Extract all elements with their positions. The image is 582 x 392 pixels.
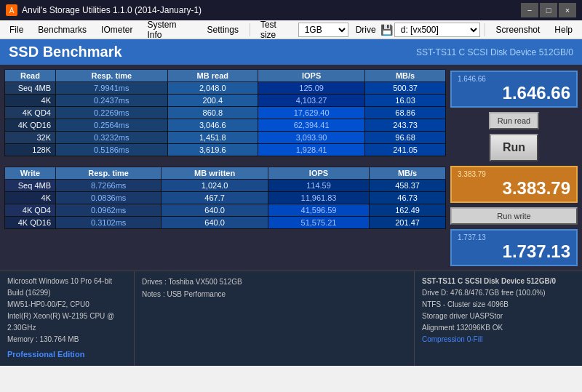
menu-system-info[interactable]: System Info: [140, 17, 199, 42]
disk-line2: Drive D: 476.8/476.7GB free (100.0%): [422, 287, 575, 299]
read-cell: 125.09: [258, 82, 365, 95]
read-cell: 0.2269ms: [56, 107, 168, 119]
title-bar: A Anvil's Storage Utilities 1.1.0 (2014-…: [0, 0, 582, 20]
resp-time-header: Resp. time: [56, 70, 168, 82]
window-controls[interactable]: − □ ×: [521, 3, 576, 17]
drives-line2: Notes : USB Performance: [142, 288, 407, 300]
write-cell: 114.59: [268, 180, 369, 192]
read-cell: 241.05: [365, 144, 446, 156]
read-cell: 1,928.41: [258, 144, 365, 156]
iops-header: IOPS: [258, 70, 365, 82]
read-score-large: 1.646.66: [458, 83, 570, 103]
read-cell: 500.37: [365, 82, 446, 95]
read-score-box: 1.646.66 1.646.66: [450, 71, 578, 108]
app-icon: A: [6, 4, 17, 16]
disk-line7: Compression 0-Fill: [422, 334, 575, 345]
help-button[interactable]: Help: [548, 23, 579, 37]
run-write-button[interactable]: Run write: [450, 207, 578, 225]
mbs-header: MB/s: [365, 70, 446, 82]
read-cell: 0.2564ms: [56, 119, 168, 132]
minimize-button[interactable]: −: [521, 3, 538, 17]
bottom-bar: Microsoft Windows 10 Pro 64-bit Build (1…: [0, 271, 582, 366]
menu-benchmarks[interactable]: Benchmarks: [31, 23, 93, 37]
disk-line6: Alignment 132096KB OK: [422, 322, 575, 334]
run-button[interactable]: Run: [490, 134, 538, 161]
device-name: SST-TS11 C SCSI Disk Device 512GB/0: [416, 47, 573, 57]
main-content: Read Resp. time MB read IOPS MB/s Seq 4M…: [0, 65, 582, 271]
write-score-box: 1.737.13 1.737.13: [450, 229, 578, 266]
sys-line3: Intel(R) Xeon(R) W-2195 CPU @ 2.30GHz: [7, 311, 127, 334]
separator-2: [485, 23, 485, 36]
write-cell: 467.7: [162, 192, 268, 204]
read-cell: 7.9941ms: [56, 82, 168, 95]
write-cell: 4K: [5, 192, 56, 204]
read-cell: 68.86: [365, 107, 446, 119]
test-size-label: Test size: [260, 20, 294, 40]
disk-line3: NTFS - Cluster size 4096B: [422, 299, 575, 311]
read-cell: 96.68: [365, 132, 446, 144]
drives-info-panel: Drives : Toshiba VX500 512GB Notes : USB…: [135, 271, 415, 366]
read-cell: 17,629.40: [258, 107, 365, 119]
mb-read-header: MB read: [167, 70, 258, 82]
read-cell: 62,394.41: [258, 119, 365, 132]
menu-file[interactable]: File: [3, 23, 30, 37]
read-cell: Seq 4MB: [5, 82, 56, 95]
write-cell: 41,596.59: [268, 204, 369, 217]
menu-bar: File Benchmarks IOmeter System Info Sett…: [0, 20, 582, 39]
menu-settings[interactable]: Settings: [201, 23, 245, 37]
read-cell: 4K QD4: [5, 107, 56, 119]
table-area: Read Resp. time MB read IOPS MB/s Seq 4M…: [4, 69, 446, 266]
write-cell: 11,961.83: [268, 192, 369, 204]
window-title: Anvil's Storage Utilities 1.1.0 (2014-Ja…: [22, 5, 521, 15]
write-cell: 458.37: [370, 180, 446, 192]
read-cell: 3,046.6: [167, 119, 258, 132]
maximize-button[interactable]: □: [540, 3, 557, 17]
resp-time-w-header: Resp. time: [56, 167, 162, 180]
write-cell: 0.0836ms: [56, 192, 162, 204]
main-score-small: 3.383.79: [458, 170, 570, 178]
run-read-button[interactable]: Run read: [489, 112, 539, 129]
pro-edition-label: Professional Edition: [7, 348, 127, 361]
read-cell: 1,451.8: [167, 132, 258, 144]
write-cell: 201.47: [370, 217, 446, 229]
iops-w-header: IOPS: [268, 167, 369, 180]
write-cell: 0.0962ms: [56, 204, 162, 217]
mbs-w-header: MB/s: [370, 167, 446, 180]
sys-line2: MW51-HP0-00/F2, CPU0: [7, 299, 127, 311]
read-cell: 4K: [5, 95, 56, 107]
read-header: Read: [5, 70, 56, 82]
sys-line4: Memory : 130.764 MB: [7, 334, 127, 345]
disk-line1: SST-TS11 C SCSI Disk Device 512GB/0: [422, 276, 575, 287]
disk-info-panel: SST-TS11 C SCSI Disk Device 512GB/0 Driv…: [415, 271, 582, 366]
drive-label: Drive: [356, 25, 376, 35]
read-cell: 0.2437ms: [56, 95, 168, 107]
read-cell: 4K QD16: [5, 119, 56, 132]
read-cell: 16.03: [365, 95, 446, 107]
read-cell: 32K: [5, 132, 56, 144]
app-title: SSD Benchmark: [9, 44, 122, 60]
mb-written-header: MB written: [162, 167, 268, 180]
read-cell: 0.5186ms: [56, 144, 168, 156]
write-cell: 4K QD4: [5, 204, 56, 217]
write-cell: 46.73: [370, 192, 446, 204]
drive-icon: 💾: [380, 24, 393, 36]
read-cell: 4,103.27: [258, 95, 365, 107]
app-header: SSD Benchmark SST-TS11 C SCSI Disk Devic…: [0, 39, 582, 65]
close-button[interactable]: ×: [559, 3, 576, 17]
menu-iometer[interactable]: IOmeter: [95, 23, 139, 37]
write-cell: 1,024.0: [162, 180, 268, 192]
screenshot-button[interactable]: Screenshot: [490, 23, 547, 37]
test-size-select[interactable]: 512MB 1GB 2GB 4GB: [298, 23, 348, 37]
write-table: Write Resp. time MB written IOPS MB/s Se…: [4, 167, 446, 229]
drive-select[interactable]: d: [vx500]: [394, 23, 480, 37]
read-cell: 860.8: [167, 107, 258, 119]
sys-line1: Microsoft Windows 10 Pro 64-bit Build (1…: [7, 276, 127, 299]
write-cell: 51,575.21: [268, 217, 369, 229]
main-score-large: 3.383.79: [458, 178, 570, 199]
write-header: Write: [5, 167, 56, 180]
write-cell: 8.7266ms: [56, 180, 162, 192]
read-cell: 128K: [5, 144, 56, 156]
read-cell: 3,619.6: [167, 144, 258, 156]
read-cell: 0.3232ms: [56, 132, 168, 144]
write-score-large: 1.737.13: [458, 241, 570, 262]
